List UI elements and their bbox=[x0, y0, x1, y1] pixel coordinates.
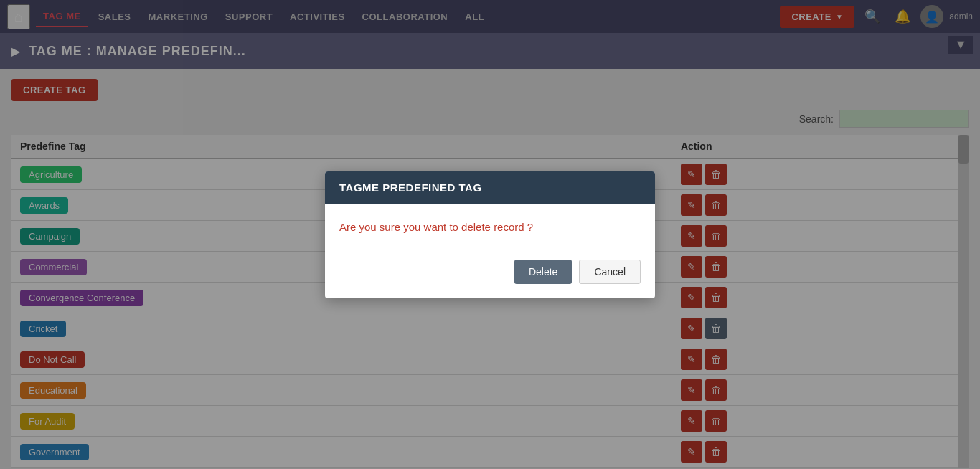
modal-body: Are you sure you want to delete record ? bbox=[325, 204, 655, 251]
modal-dialog: TAGME PREDEFINED TAG Are you sure you wa… bbox=[325, 171, 655, 298]
modal-delete-button[interactable]: Delete bbox=[514, 260, 572, 284]
modal-overlay: TAGME PREDEFINED TAG Are you sure you wa… bbox=[0, 0, 980, 469]
modal-question: Are you sure you want to delete record ? bbox=[339, 221, 533, 233]
modal-header: TAGME PREDEFINED TAG bbox=[325, 171, 655, 204]
modal-cancel-button[interactable]: Cancel bbox=[579, 260, 641, 284]
modal-footer: Delete Cancel bbox=[325, 251, 655, 298]
modal-title: TAGME PREDEFINED TAG bbox=[339, 181, 482, 194]
